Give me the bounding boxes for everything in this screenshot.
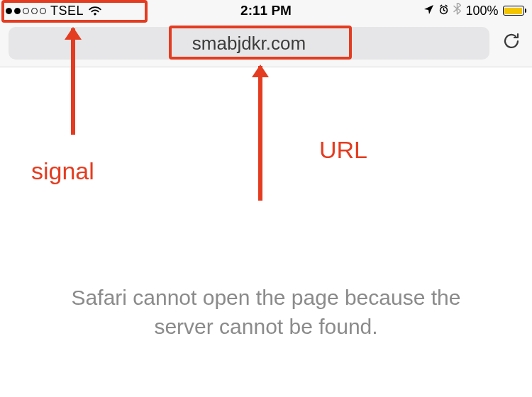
location-icon [423, 4, 434, 18]
annotation-box-url [169, 26, 352, 60]
annotation-label-signal: signal [31, 157, 94, 185]
alarm-icon [438, 4, 449, 18]
battery-icon [503, 6, 527, 16]
clock-label: 2:11 PM [240, 3, 292, 18]
error-message: Safari cannot open the page because the … [0, 284, 532, 341]
annotation-arrow-signal [71, 28, 75, 135]
bluetooth-icon [453, 3, 461, 18]
annotation-box-signal [1, 0, 148, 23]
reload-icon [502, 31, 521, 51]
status-right: 100% [423, 3, 526, 18]
battery-percent-label: 100% [465, 4, 498, 18]
reload-button[interactable] [499, 31, 523, 56]
annotation-label-url: URL [319, 136, 367, 164]
annotation-arrow-url [258, 66, 262, 201]
